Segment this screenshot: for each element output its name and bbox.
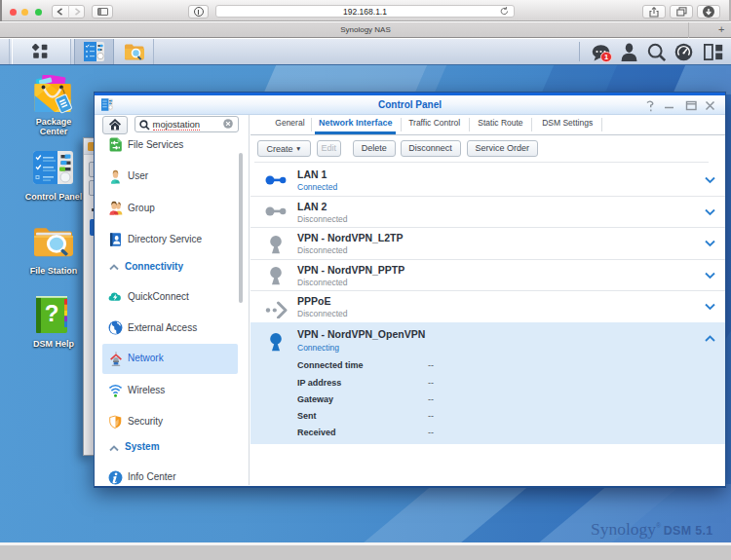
svg-text:?: ? xyxy=(45,300,59,326)
